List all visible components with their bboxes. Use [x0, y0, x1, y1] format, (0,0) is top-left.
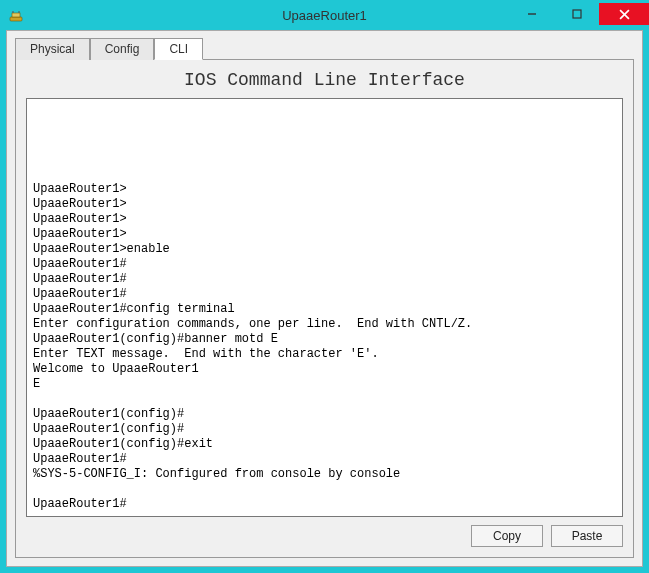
titlebar[interactable]: UpaaeRouter1: [0, 0, 649, 30]
content-area: Physical Config CLI IOS Command Line Int…: [6, 30, 643, 567]
window-title: UpaaeRouter1: [282, 8, 367, 23]
button-row: Copy Paste: [26, 525, 623, 547]
paste-button[interactable]: Paste: [551, 525, 623, 547]
cli-terminal[interactable]: [26, 98, 623, 517]
minimize-button[interactable]: [509, 3, 554, 25]
terminal-container: [26, 98, 623, 517]
tab-config[interactable]: Config: [90, 38, 155, 60]
tab-cli[interactable]: CLI: [154, 38, 203, 60]
maximize-icon: [572, 9, 582, 19]
svg-rect-1: [12, 13, 20, 17]
copy-button[interactable]: Copy: [471, 525, 543, 547]
tab-bar: Physical Config CLI: [15, 37, 634, 59]
app-window: UpaaeRouter1 Physical Config CLI IOS Com…: [0, 0, 649, 573]
close-icon: [619, 9, 630, 20]
window-controls: [509, 3, 649, 27]
svg-rect-5: [573, 10, 581, 18]
panel-title: IOS Command Line Interface: [26, 70, 623, 90]
maximize-button[interactable]: [554, 3, 599, 25]
tab-physical[interactable]: Physical: [15, 38, 90, 60]
app-icon: [8, 7, 24, 23]
svg-rect-0: [10, 17, 22, 21]
cli-panel: IOS Command Line Interface Copy Paste: [15, 59, 634, 558]
minimize-icon: [527, 9, 537, 19]
close-button[interactable]: [599, 3, 649, 25]
